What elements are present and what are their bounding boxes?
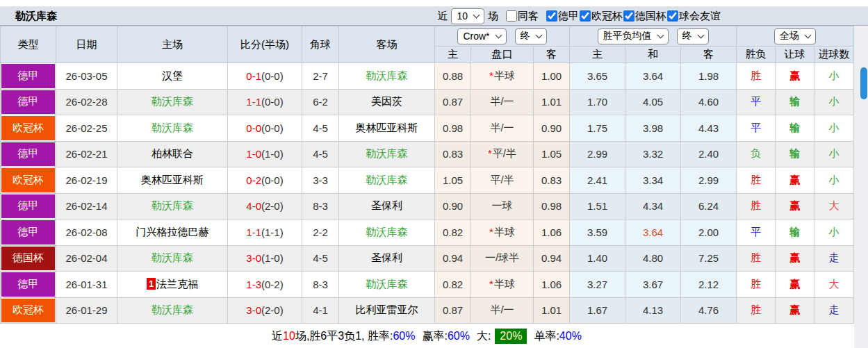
corner-cell: 4-5 (302, 245, 339, 272)
result-cell: 平 (737, 89, 776, 115)
league-badge: 德国杯 (1, 247, 55, 271)
match-date: 26-02-28 (56, 89, 117, 115)
handicap-result-cell: 输 (776, 89, 814, 115)
league-cell: 德甲 (1, 219, 56, 246)
avg-home-odds: 1.75 (570, 115, 625, 142)
scrollbar-track[interactable] (854, 26, 868, 348)
avg-draw-odds: 4.05 (625, 89, 681, 115)
handicap-result-cell: 赢 (776, 193, 814, 219)
match-date: 26-02-21 (56, 141, 117, 167)
near-label: 近 (437, 10, 448, 23)
match-date: 26-01-29 (56, 297, 117, 324)
score-cell: 1-3(0-2) (228, 272, 302, 298)
sub-header-avg-draw: 和 (625, 47, 681, 63)
score-cell: 1-0(1-0) (228, 141, 302, 167)
crow-home-odds: 0.94 (435, 245, 471, 272)
score-cell: 1-1(0-0) (228, 89, 302, 115)
away-team: 勒沃库森 (339, 167, 435, 194)
scrollbar-thumb[interactable] (860, 67, 867, 99)
crow-home-odds: 0.82 (435, 272, 471, 298)
avg-home-odds: 2.99 (570, 141, 625, 167)
chevron-down-icon (473, 11, 480, 18)
league-filter-球会友谊[interactable]: 球会友谊 (667, 10, 721, 23)
league-cell: 德国杯 (1, 245, 56, 272)
table-row: 欧冠杯26-02-19奥林匹亚科斯0-2(0-0)3-3勒沃库森1.05平/半0… (1, 167, 854, 194)
result-cell: 胜 (737, 193, 776, 219)
sub-header-result: 胜负 (737, 47, 776, 63)
avg-time-select[interactable]: 终 (677, 28, 709, 44)
summary-near: 近 (272, 329, 283, 344)
crow-time-value: 终 (521, 30, 530, 42)
league-filter-德甲[interactable]: 德甲 (546, 10, 579, 23)
handicap-result-cell: 输 (776, 115, 814, 142)
league-filter-checkbox[interactable] (623, 10, 634, 22)
profit-rate-value: 60% (448, 330, 470, 342)
same-venue-filter[interactable]: 同客 (506, 10, 539, 23)
crow-company-select[interactable]: Crow* (457, 28, 506, 44)
handicap-cell: *半球 (471, 63, 534, 90)
table-row: 欧冠杯26-02-25勒沃库森0-0(0-0)4-5奥林匹亚科斯0.98半/一0… (1, 115, 854, 142)
handicap-result-cell: 赢 (776, 63, 814, 90)
crow-away-odds: 0.94 (534, 245, 570, 272)
corner-cell: 3-3 (302, 167, 339, 194)
league-filter-label: 球会友谊 (679, 10, 721, 23)
score-cell: 3-0(2-0) (228, 297, 302, 324)
league-filter-欧冠杯[interactable]: 欧冠杯 (580, 10, 623, 23)
home-team: 勒沃库森 (117, 193, 228, 219)
title-bar: 勒沃库森 近 10 场 同客 德甲欧冠杯德国杯球会友谊 (0, 7, 868, 26)
league-badge: 德甲 (1, 64, 55, 88)
result-cell: 平 (737, 219, 776, 246)
same-venue-checkbox[interactable] (506, 10, 517, 22)
league-filter-德国杯[interactable]: 德国杯 (623, 10, 666, 23)
away-team: 比利亚雷亚尔 (339, 297, 435, 324)
recent-matches-select[interactable]: 10 (451, 8, 484, 24)
crow-home-odds: 0.88 (435, 63, 471, 90)
crow-away-odds: 1.06 (534, 272, 570, 298)
away-team: 圣保利 (339, 245, 435, 272)
table-row: 欧冠杯26-01-29勒沃库森3-0(2-0)4-1比利亚雷亚尔0.87半/一1… (1, 297, 854, 324)
league-cell: 德甲 (1, 193, 56, 219)
col-header-type: 类型 (1, 26, 56, 63)
table-row: 德甲26-02-28勒沃库森1-1(0-0)6-2美因茨0.87半/一1.011… (1, 89, 854, 115)
league-filter-checkbox[interactable] (546, 10, 557, 22)
chevron-down-icon (657, 31, 664, 38)
goals-cell: 走 (814, 297, 854, 324)
league-filter-label: 欧冠杯 (591, 10, 623, 23)
match-date: 26-02-14 (56, 193, 117, 219)
scope-select[interactable]: 全场 (774, 28, 816, 44)
crow-time-select[interactable]: 终 (515, 28, 547, 44)
league-filter-checkbox[interactable] (580, 10, 591, 22)
handicap-cell: 平/半 (471, 167, 534, 194)
league-badge: 德甲 (1, 90, 55, 115)
league-cell: 欧冠杯 (1, 297, 56, 324)
away-team: 奥林匹亚科斯 (339, 115, 435, 142)
score-cell: 0-2(0-0) (228, 167, 302, 194)
goals-cell: 走 (814, 245, 854, 272)
avg-odds-select[interactable]: 胜平负均值 (598, 28, 669, 44)
table-row: 德甲26-02-21柏林联合1-0(1-0)4-5勒沃库森0.83*平/半1.0… (1, 141, 854, 167)
match-history-table: 类型 日期 主场 比分(半场) 角球 客场 Crow* 终 (0, 26, 854, 324)
big-rate-label: 大: (477, 329, 491, 344)
result-cell: 胜 (737, 272, 776, 298)
home-team: 汉堡 (117, 63, 228, 90)
league-filter-label: 德国杯 (635, 10, 666, 23)
crow-away-odds: 0.98 (534, 193, 570, 219)
avg-away-odds: 2.12 (681, 272, 737, 298)
handicap-result-cell: 赢 (776, 245, 814, 272)
hot-star-icon: * (489, 226, 493, 238)
avg-draw-odds: 3.64 (625, 63, 681, 90)
league-cell: 德甲 (1, 272, 56, 298)
league-filter-checkbox[interactable] (667, 10, 678, 22)
away-team: 勒沃库森 (339, 219, 435, 246)
hot-star-icon: * (488, 147, 492, 159)
table-row: 德国杯26-02-04勒沃库森3-0(1-0)4-5圣保利0.94一/球半0.9… (1, 245, 854, 272)
col-header-score: 比分(半场) (228, 26, 302, 63)
handicap-cell: 一/球半 (471, 245, 534, 272)
avg-home-odds: 1.67 (570, 297, 625, 324)
matches-label: 场 (488, 10, 498, 23)
league-cell: 德甲 (1, 141, 56, 167)
avg-away-odds: 1.98 (681, 63, 737, 90)
table-row: 德甲26-02-08门兴格拉德巴赫1-1(1-1)2-2勒沃库森0.82*半球1… (1, 219, 854, 246)
match-date: 26-02-25 (56, 115, 117, 142)
win-rate-value: 60% (393, 330, 415, 342)
